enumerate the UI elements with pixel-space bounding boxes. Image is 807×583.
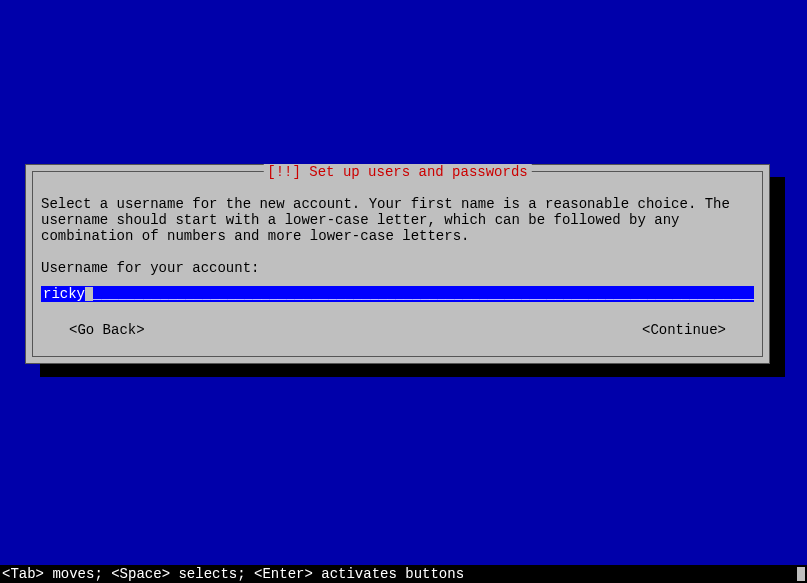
dialog-description: Select a username for the new account. Y… — [41, 196, 754, 244]
dialog-border: [!!] Set up users and passwords Select a… — [32, 171, 763, 357]
button-row: <Go Back> <Continue> — [41, 322, 754, 338]
username-value: ricky — [43, 286, 85, 302]
username-prompt: Username for your account: — [41, 260, 754, 276]
dialog-title: [!!] Set up users and passwords — [263, 164, 531, 180]
username-input[interactable]: ricky___________________________________… — [41, 286, 754, 302]
statusbar-cursor — [797, 567, 805, 581]
continue-button[interactable]: <Continue> — [642, 322, 726, 338]
statusbar-text: <Tab> moves; <Space> selects; <Enter> ac… — [2, 566, 464, 582]
go-back-button[interactable]: <Go Back> — [69, 322, 145, 338]
dialog-box: [!!] Set up users and passwords Select a… — [25, 164, 770, 364]
text-cursor — [85, 287, 93, 301]
statusbar: <Tab> moves; <Space> selects; <Enter> ac… — [0, 565, 807, 583]
dialog-content: Select a username for the new account. Y… — [33, 172, 762, 346]
input-fill: ________________________________________… — [93, 286, 754, 302]
